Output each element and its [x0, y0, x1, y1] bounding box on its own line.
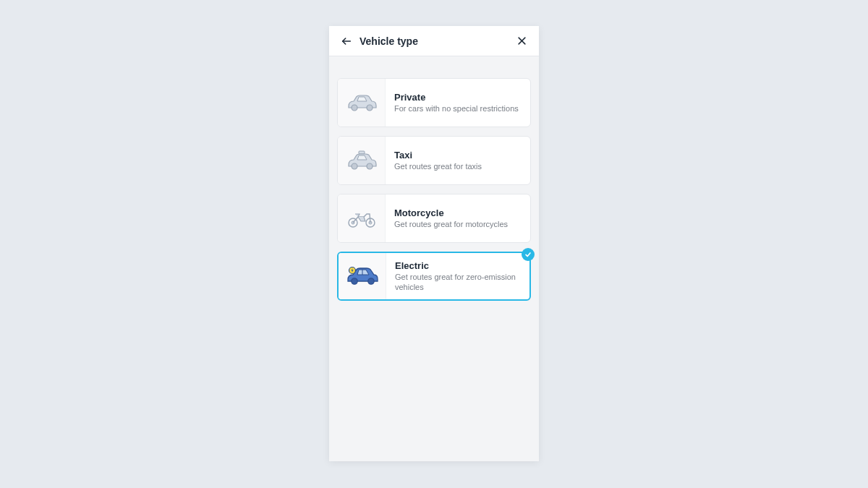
page-title: Vehicle type: [359, 35, 511, 47]
option-text: Motorcycle Get routes great for motorcyc…: [386, 194, 530, 242]
selected-badge: [522, 248, 535, 261]
option-title: Motorcycle: [394, 207, 522, 218]
vehicle-type-panel: Vehicle type Private For cars with no sp…: [329, 26, 539, 461]
svg-point-3: [352, 105, 357, 111]
check-icon: [524, 251, 532, 258]
option-icon-container: [339, 253, 386, 299]
option-text: Taxi Get routes great for taxis: [386, 137, 530, 184]
close-icon: [516, 35, 527, 46]
option-icon-container: [338, 79, 386, 127]
option-icon-container: [338, 137, 386, 184]
option-desc: Get routes great for taxis: [394, 162, 522, 172]
option-text: Private For cars with no special restric…: [386, 79, 530, 127]
electric-car-icon: [345, 265, 380, 287]
option-title: Private: [394, 92, 522, 103]
svg-rect-5: [359, 151, 365, 154]
close-button[interactable]: [511, 31, 532, 51]
option-private[interactable]: Private For cars with no special restric…: [337, 78, 531, 127]
svg-point-7: [367, 163, 373, 169]
back-button[interactable]: [336, 31, 357, 51]
option-title: Electric: [395, 260, 521, 271]
svg-point-13: [367, 278, 373, 284]
svg-point-6: [352, 163, 357, 169]
option-taxi[interactable]: Taxi Get routes great for taxis: [337, 136, 531, 185]
options-list: Private For cars with no special restric…: [329, 56, 539, 301]
option-icon-container: [338, 194, 386, 242]
svg-point-12: [351, 278, 357, 284]
option-desc: Get routes great for motorcycles: [394, 220, 522, 230]
svg-point-4: [367, 105, 373, 111]
header-bar: Vehicle type: [329, 26, 539, 56]
option-motorcycle[interactable]: Motorcycle Get routes great for motorcyc…: [337, 194, 531, 243]
arrow-left-icon: [341, 35, 352, 47]
option-title: Taxi: [394, 150, 522, 160]
motorcycle-icon: [345, 208, 378, 228]
car-icon: [345, 93, 378, 113]
option-desc: For cars with no special restrictions: [394, 104, 522, 114]
option-text: Electric Get routes great for zero-emiss…: [386, 253, 529, 299]
taxi-icon: [345, 150, 378, 171]
option-electric[interactable]: Electric Get routes great for zero-emiss…: [337, 252, 531, 301]
option-desc: Get routes great for zero-emission vehic…: [395, 273, 521, 293]
